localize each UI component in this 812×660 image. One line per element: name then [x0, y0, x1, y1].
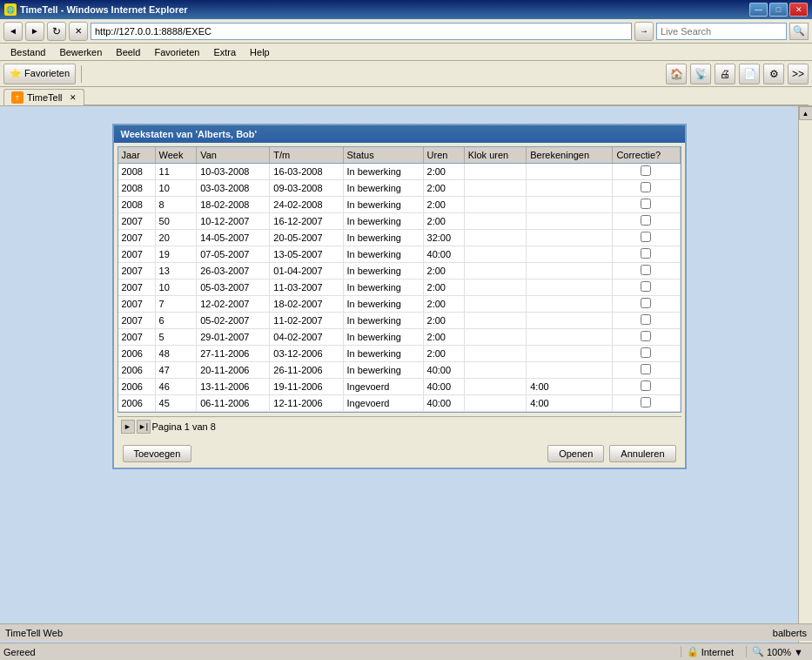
correctie-checkbox[interactable] [641, 381, 651, 391]
col-tm: T/m [270, 147, 343, 164]
print-button[interactable]: 🖨 [715, 64, 735, 84]
menu-favorieten[interactable]: Favorieten [147, 45, 206, 59]
table-row[interactable]: 20064720-11-200626-11-2006In bewerking40… [118, 362, 681, 379]
correctie-checkbox[interactable] [641, 281, 651, 292]
table-row[interactable]: 20071326-03-200701-04-2007In bewerking2:… [118, 263, 681, 279]
cell-7 [527, 197, 613, 213]
correctie-checkbox-cell[interactable] [613, 296, 680, 313]
tools-button[interactable]: ⚙ [763, 64, 784, 84]
correctie-checkbox[interactable] [641, 298, 651, 308]
stop-button[interactable]: ✕ [69, 22, 88, 41]
table-row[interactable]: 2007712-02-200718-02-2007In bewerking2:0… [118, 296, 681, 313]
correctie-checkbox[interactable] [641, 182, 651, 192]
rss-button[interactable]: 📡 [690, 64, 711, 84]
correctie-checkbox[interactable] [641, 364, 651, 374]
correctie-checkbox[interactable] [641, 215, 651, 226]
correctie-checkbox[interactable] [641, 248, 651, 259]
table-row[interactable]: 20064506-11-200612-11-2006Ingevoerd40:00… [118, 395, 681, 412]
correctie-checkbox-cell[interactable] [613, 197, 680, 213]
favorites-button[interactable]: ⭐ Favorieten [3, 64, 76, 84]
cell-0: 2007 [118, 279, 156, 296]
correctie-checkbox[interactable] [641, 347, 651, 358]
correctie-checkbox-cell[interactable] [613, 362, 680, 379]
table-row[interactable]: 20072014-05-200720-05-2007In bewerking32… [118, 230, 681, 246]
table-row[interactable]: 20071005-03-200711-03-2007In bewerking2:… [118, 279, 681, 296]
table-row[interactable]: 20075010-12-200716-12-2007In bewerking2:… [118, 213, 681, 230]
page-prev-button[interactable]: ► [121, 420, 135, 434]
correctie-checkbox-cell[interactable] [613, 329, 680, 346]
search-button[interactable]: 🔍 [789, 23, 809, 40]
open-button[interactable]: Openen [547, 445, 604, 462]
cell-0: 2008 [118, 164, 156, 180]
correctie-checkbox-cell[interactable] [613, 230, 680, 246]
menu-bestand[interactable]: Bestand [3, 45, 52, 59]
table-row[interactable]: 2007529-01-200704-02-2007In bewerking2:0… [118, 329, 681, 346]
extra-button[interactable]: >> [788, 64, 809, 84]
refresh-button[interactable]: ↻ [47, 22, 66, 41]
correctie-checkbox-cell[interactable] [613, 180, 680, 197]
page-button[interactable]: 📄 [739, 64, 760, 84]
table-row[interactable]: 20071907-05-200713-05-2007In bewerking40… [118, 246, 681, 263]
page-info: Pagina 1 van 8 [152, 421, 216, 432]
zoom-dropdown-icon[interactable]: ▼ [794, 647, 803, 657]
table-row[interactable]: 2007605-02-200711-02-2007In bewerking2:0… [118, 313, 681, 329]
pagination: ► ►| Pagina 1 van 8 [117, 416, 681, 436]
table-row[interactable]: 2008818-02-200824-02-2008In bewerking2:0… [118, 197, 681, 213]
correctie-checkbox[interactable] [641, 232, 651, 242]
correctie-checkbox[interactable] [641, 199, 651, 209]
back-button[interactable]: ◄ [3, 22, 23, 41]
cell-4: In bewerking [343, 362, 423, 379]
cancel-button[interactable]: Annuleren [609, 445, 675, 462]
correctie-checkbox-cell[interactable] [613, 279, 680, 296]
tab-timetell[interactable]: T TimeTell ✕ [3, 89, 84, 105]
cell-6 [464, 213, 527, 230]
search-input[interactable] [656, 23, 787, 40]
correctie-checkbox-cell[interactable] [613, 395, 680, 412]
correctie-checkbox-cell[interactable] [613, 313, 680, 329]
correctie-checkbox-cell[interactable] [613, 346, 680, 362]
col-klok-uren: Klok uren [464, 147, 527, 164]
menu-help[interactable]: Help [243, 45, 277, 59]
tab-close-icon[interactable]: ✕ [70, 93, 77, 102]
go-button[interactable]: → [634, 22, 654, 41]
correctie-checkbox[interactable] [641, 331, 651, 341]
correctie-checkbox[interactable] [641, 314, 651, 325]
minimize-button[interactable]: — [749, 3, 768, 17]
correctie-checkbox-cell[interactable] [613, 263, 680, 279]
forward-button[interactable]: ► [25, 22, 44, 41]
scroll-up-arrow[interactable]: ▲ [799, 106, 813, 120]
menu-extra[interactable]: Extra [206, 45, 243, 59]
table-row[interactable]: 20064827-11-200603-12-2006In bewerking2:… [118, 346, 681, 362]
security-icon-section: 🔒 Internet [681, 646, 739, 657]
home-button[interactable]: 🏠 [666, 64, 687, 84]
address-input[interactable] [91, 23, 632, 40]
cell-7 [527, 329, 613, 346]
col-van: Van [197, 147, 270, 164]
scroll-track [799, 120, 812, 646]
cell-1: 10 [155, 180, 197, 197]
menu-bar: Bestand Bewerken Beeld Favorieten Extra … [0, 44, 812, 61]
correctie-checkbox[interactable] [641, 165, 651, 176]
cell-3: 20-05-2007 [270, 230, 343, 246]
correctie-checkbox-cell[interactable] [613, 246, 680, 263]
table-row[interactable]: 20081110-03-200816-03-2008In bewerking2:… [118, 164, 681, 180]
maximize-button[interactable]: □ [769, 3, 788, 17]
close-button[interactable]: ✕ [789, 3, 808, 17]
menu-beeld[interactable]: Beeld [109, 45, 147, 59]
cell-3: 11-02-2007 [270, 313, 343, 329]
table-row[interactable]: 20064613-11-200619-11-2006Ingevoerd40:00… [118, 379, 681, 395]
correctie-checkbox-cell[interactable] [613, 164, 680, 180]
menu-bewerken[interactable]: Bewerken [52, 45, 109, 59]
cell-5: 40:00 [423, 395, 464, 412]
cell-7 [527, 246, 613, 263]
correctie-checkbox[interactable] [641, 265, 651, 275]
table-row[interactable]: 20081003-03-200809-03-2008In bewerking2:… [118, 180, 681, 197]
correctie-checkbox[interactable] [641, 397, 651, 407]
cell-1: 11 [155, 164, 197, 180]
add-button[interactable]: Toevoegen [123, 445, 192, 462]
correctie-checkbox-cell[interactable] [613, 379, 680, 395]
correctie-checkbox-cell[interactable] [613, 213, 680, 230]
scrollbar[interactable]: ▲ ▼ [798, 106, 812, 660]
page-last-button[interactable]: ►| [137, 420, 151, 434]
cell-1: 46 [155, 379, 197, 395]
